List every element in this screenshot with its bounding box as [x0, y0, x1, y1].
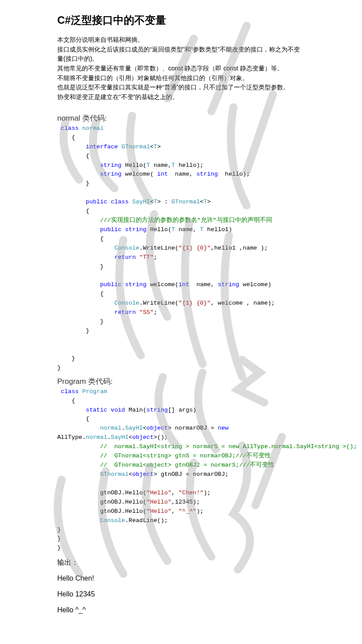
- desc-line: 本文部分说明来自书籍和网摘。: [57, 35, 305, 45]
- output-line: Hello 12345: [57, 590, 305, 598]
- section-heading-program: Program 类代码:: [57, 376, 305, 386]
- desc-line: 也就是说泛型不变量接口其实就是一种“普通”的接口，只不过加了一个泛型类型参数。: [57, 83, 305, 92]
- desc-line: 不能将不变量接口的（引用）对象赋给任何其他接口的（引用）对象。: [57, 74, 305, 83]
- desc-line: 协变和逆变正是建立在“不变”的基础之上的。: [57, 92, 305, 102]
- code-block-normal: class normal { interface GTnormal<T> { s…: [57, 124, 305, 373]
- output-heading: 输出：: [57, 558, 305, 567]
- output-line: Hello Chen!: [57, 574, 305, 582]
- title-rest: 泛型接口中的不变量: [71, 14, 166, 26]
- title-cs: C#: [57, 14, 71, 26]
- output-line: Hello ^_^: [57, 606, 305, 614]
- desc-line: 其他常见的不变量还有常量（即常数）、const 静态字段（即 const 静态变…: [57, 64, 305, 74]
- code-block-program: class Program { static void Main(string[…: [57, 387, 305, 553]
- desc-line: 接口成员实例化之后该接口成员的“返回值类型”和“参数类型”不能改变的接口，称之为…: [57, 45, 305, 64]
- description-block: 本文部分说明来自书籍和网摘。 接口成员实例化之后该接口成员的“返回值类型”和“参…: [57, 35, 305, 102]
- page-title: C#泛型接口中的不变量: [57, 13, 305, 27]
- section-heading-normal: normal 类代码:: [57, 113, 305, 123]
